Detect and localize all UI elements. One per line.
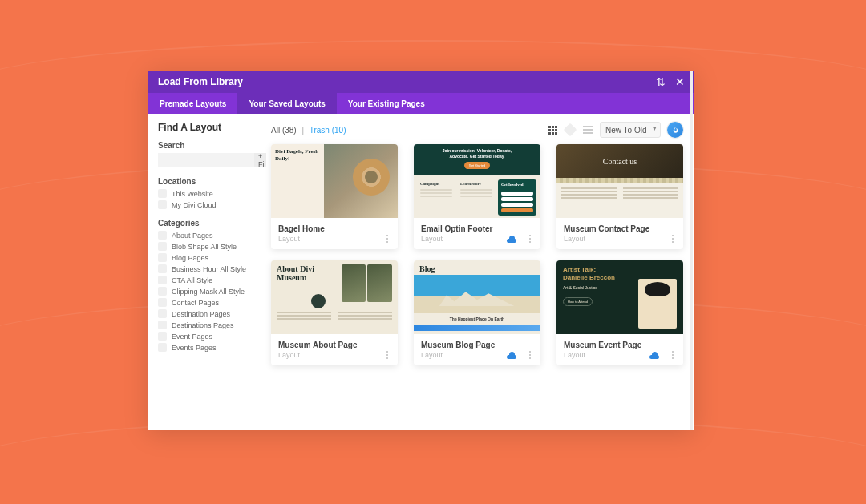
thumb-subheading: Art & Social Justice bbox=[563, 285, 633, 290]
card-thumbnail: Contact us bbox=[556, 144, 683, 218]
main-panel: All (38) | Trash (10) New To Old bbox=[266, 114, 694, 430]
category-item[interactable]: Event Pages bbox=[158, 332, 266, 341]
card-menu-icon[interactable] bbox=[526, 351, 534, 359]
tab-your-existing-pages[interactable]: Your Existing Pages bbox=[337, 93, 436, 114]
card-menu-icon[interactable] bbox=[383, 351, 391, 359]
checkbox-icon bbox=[158, 309, 167, 318]
sort-select-wrap: New To Old bbox=[600, 122, 661, 138]
view-controls: New To Old bbox=[547, 122, 683, 138]
close-icon[interactable]: ✕ bbox=[675, 75, 685, 88]
category-item[interactable]: Destination Pages bbox=[158, 309, 266, 318]
layout-card[interactable]: Contact us Museum Contact Page Layout bbox=[556, 144, 683, 249]
card-menu-icon[interactable] bbox=[669, 235, 677, 243]
checkbox-icon bbox=[158, 189, 167, 198]
tab-premade-layouts[interactable]: Premade Layouts bbox=[148, 93, 237, 114]
all-count: 38 bbox=[285, 126, 293, 135]
filter-counts: All (38) | Trash (10) bbox=[271, 126, 346, 135]
search-input[interactable] bbox=[158, 153, 254, 167]
card-thumbnail: Divi Bagels, Fresh Daily! bbox=[271, 144, 398, 218]
thumb-cta: How to Attend bbox=[563, 297, 593, 306]
grid-view-icon[interactable] bbox=[547, 124, 558, 135]
category-label: About Pages bbox=[172, 232, 213, 240]
card-meta: Bagel Home Layout bbox=[271, 218, 398, 249]
category-label: Blob Shape All Style bbox=[172, 243, 237, 251]
card-meta: Museum Blog Page Layout bbox=[414, 334, 540, 365]
cloud-icon bbox=[505, 351, 518, 359]
layout-card[interactable]: About Divi Museum Museum About Page Layo… bbox=[271, 260, 398, 365]
checkbox-icon bbox=[158, 231, 167, 240]
sort-toggle-icon[interactable]: ⇅ bbox=[656, 75, 666, 88]
category-item[interactable]: Contact Pages bbox=[158, 298, 266, 307]
filter-chip[interactable]: + Filter bbox=[254, 153, 266, 167]
thumb-col-title: Campaigns bbox=[420, 182, 452, 187]
checkbox-icon bbox=[158, 343, 167, 352]
all-label: All bbox=[271, 126, 280, 135]
checkbox-icon bbox=[158, 298, 167, 307]
category-item[interactable]: Blob Shape All Style bbox=[158, 242, 266, 251]
category-label: Contact Pages bbox=[172, 299, 219, 307]
header-actions: ⇅ ✕ bbox=[656, 75, 685, 88]
cards-grid: Divi Bagels, Fresh Daily! Bagel Home Lay… bbox=[271, 144, 683, 365]
card-title: Bagel Home bbox=[278, 224, 391, 233]
layout-card[interactable]: Blog The Happiest Place On Earth Museum … bbox=[414, 260, 540, 365]
locations-label: Locations bbox=[158, 177, 266, 186]
card-type: Layout bbox=[564, 235, 676, 243]
search-row: + Filter bbox=[158, 153, 266, 167]
checkbox-icon bbox=[158, 287, 167, 296]
card-meta: Museum Contact Page Layout bbox=[556, 218, 683, 249]
category-item[interactable]: CTA All Style bbox=[158, 276, 266, 284]
category-item[interactable]: Events Pages bbox=[158, 343, 266, 352]
card-thumbnail: Artist Talk:Danielle Breccon Art & Socia… bbox=[556, 260, 683, 334]
modal-title: Load From Library bbox=[158, 76, 243, 87]
card-meta: Museum Event Page Layout bbox=[556, 334, 683, 365]
library-modal: Load From Library ⇅ ✕ Premade Layouts Yo… bbox=[148, 71, 694, 430]
category-item[interactable]: Blog Pages bbox=[158, 253, 266, 262]
category-item[interactable]: Business Hour All Style bbox=[158, 264, 266, 273]
sort-select[interactable]: New To Old bbox=[600, 122, 661, 138]
card-title: Museum Contact Page bbox=[564, 224, 676, 233]
category-item[interactable]: Destinations Pages bbox=[158, 321, 266, 329]
sidebar-title: Find A Layout bbox=[158, 122, 266, 133]
category-item[interactable]: Clipping Mask All Style bbox=[158, 287, 266, 296]
topline: All (38) | Trash (10) New To Old bbox=[271, 122, 683, 138]
categories-label: Categories bbox=[158, 219, 266, 228]
thumb-heading: Contact us bbox=[603, 157, 637, 166]
tab-bar: Premade Layouts Your Saved Layouts Your … bbox=[148, 93, 694, 114]
thumb-heading: Divi Bagels, Fresh Daily! bbox=[275, 148, 320, 163]
modal-body: Find A Layout Search + Filter Locations … bbox=[148, 114, 694, 430]
thumb-heading-line: Artist Talk: bbox=[563, 266, 596, 273]
card-thumbnail: Blog The Happiest Place On Earth bbox=[414, 260, 540, 334]
thumb-cta: Get Started bbox=[464, 162, 490, 169]
layout-card[interactable]: Divi Bagels, Fresh Daily! Bagel Home Lay… bbox=[271, 144, 398, 249]
layout-card[interactable]: Join our mission. Volunteer, Donate, Adv… bbox=[414, 144, 540, 249]
card-menu-icon[interactable] bbox=[526, 235, 534, 243]
cloud-icon bbox=[648, 351, 661, 359]
thumb-line: Advocate. Get Started Today. bbox=[420, 154, 534, 159]
locations-list: This Website My Divi Cloud bbox=[158, 189, 266, 209]
user-avatar[interactable] bbox=[667, 122, 683, 138]
location-label: My Divi Cloud bbox=[172, 201, 216, 209]
filter-trash[interactable]: Trash (10) bbox=[310, 126, 346, 135]
checkbox-icon bbox=[158, 321, 167, 329]
checkbox-icon bbox=[158, 253, 167, 262]
list-view-icon[interactable] bbox=[582, 124, 593, 135]
thumb-col-title: Learn More bbox=[460, 182, 492, 187]
thumb-col-title: Get Involved bbox=[501, 183, 533, 187]
filter-all[interactable]: All (38) bbox=[271, 126, 297, 135]
card-title: Museum Event Page bbox=[564, 341, 676, 349]
checkbox-icon bbox=[158, 200, 167, 209]
category-label: Events Pages bbox=[172, 344, 216, 352]
search-label: Search bbox=[158, 141, 266, 150]
tag-view-icon[interactable] bbox=[565, 124, 576, 135]
card-meta: Email Optin Footer Layout bbox=[414, 218, 540, 249]
location-label: This Website bbox=[172, 190, 213, 198]
layout-card[interactable]: Artist Talk:Danielle Breccon Art & Socia… bbox=[556, 260, 683, 365]
checkbox-icon bbox=[158, 276, 167, 284]
location-this-website[interactable]: This Website bbox=[158, 189, 266, 198]
tab-your-saved-layouts[interactable]: Your Saved Layouts bbox=[237, 93, 336, 114]
category-label: Destinations Pages bbox=[172, 321, 234, 329]
card-menu-icon[interactable] bbox=[669, 351, 677, 359]
card-menu-icon[interactable] bbox=[383, 235, 391, 243]
location-my-divi-cloud[interactable]: My Divi Cloud bbox=[158, 200, 266, 209]
category-item[interactable]: About Pages bbox=[158, 231, 266, 240]
